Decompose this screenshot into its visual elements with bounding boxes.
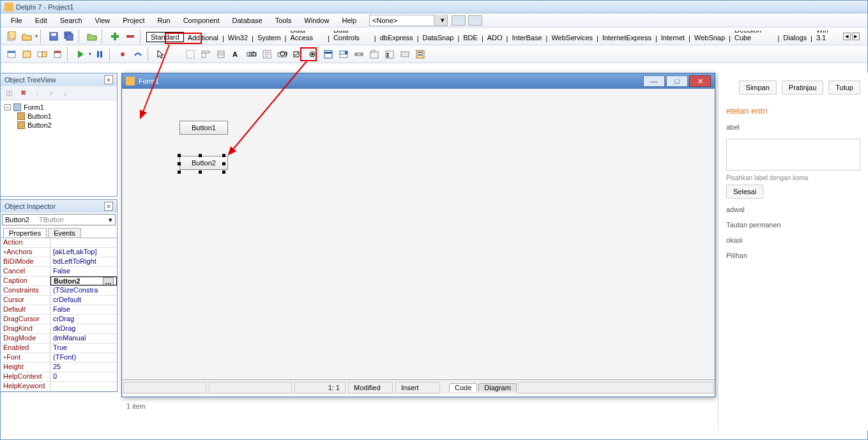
property-grid[interactable]: Action+Anchors[akLeft,akTop]BiDiModebdLe… [1,238,117,391]
prop-row-dragmode[interactable]: DragModedmManual [1,334,117,344]
palette-tab-webservices[interactable]: WebServices [547,33,597,42]
view-unit-icon[interactable] [4,47,19,61]
treeview-close-icon[interactable]: × [104,75,113,84]
palette-tab-ado[interactable]: ADO [483,33,506,42]
treeview-up-icon[interactable]: ↑ [45,87,57,99]
palette-tab-datacontrols[interactable]: Data Controls [330,31,374,42]
tree-root[interactable]: − Form1 [4,103,113,112]
status-tab-code[interactable]: Code [449,383,477,391]
menu-component[interactable]: Component [177,15,226,26]
form-designer-window[interactable]: Form1 — □ ✕ Button1 Button2 1: 1 Modifie… [121,73,715,397]
palette-tab-dataaccess[interactable]: Data Access [286,31,328,42]
tframe-icon[interactable] [183,47,197,61]
inspector-tab-properties[interactable]: Properties [3,228,47,238]
new-form-icon[interactable] [50,47,65,61]
palette-tab-win32[interactable]: Win32 [224,33,252,42]
tree-view[interactable]: − Form1 Button1 Button2 [1,100,117,196]
palette-tab-internet[interactable]: Internet [657,33,689,42]
prop-row-dragcursor[interactable]: DragCursorcrDrag [1,315,117,324]
prop-row-cancel[interactable]: CancelFalse [1,267,117,277]
remove-from-project-icon[interactable] [123,29,137,43]
component-search-combo[interactable]: <None> ▾ [369,15,448,26]
tbutton-icon[interactable]: OK [275,47,289,61]
label-input[interactable] [726,139,860,171]
prop-row-dragkind[interactable]: DragKinddkDrag [1,324,117,334]
menu-help[interactable]: Help [335,15,363,26]
tmemo-icon[interactable] [260,47,274,61]
trace-into-icon[interactable] [116,47,130,61]
prop-row-height[interactable]: Height25 [1,363,117,372]
step-over-icon[interactable] [131,47,145,61]
prop-row-default[interactable]: DefaultFalse [1,305,117,315]
run-icon[interactable] [73,47,88,61]
prop-row-enabled[interactable]: EnabledTrue [1,344,117,353]
inspector-close-icon[interactable]: × [104,202,113,211]
tree-item-button2[interactable]: Button2 [17,121,113,130]
menu-file[interactable]: File [4,15,29,26]
pointer-icon[interactable] [154,47,168,61]
toolbar-mini-icon-1[interactable] [452,15,466,26]
menu-tools[interactable]: Tools [269,15,298,26]
palette-tab-win31[interactable]: Win 3.1 [812,31,841,42]
menu-database[interactable]: Database [226,15,269,26]
palette-tab-decisioncube[interactable]: Decision Cube [731,31,778,42]
menu-window[interactable]: Window [298,15,335,26]
menu-view[interactable]: View [89,15,117,26]
save-icon[interactable] [47,29,61,43]
form-close-button[interactable]: ✕ [689,75,711,87]
menu-edit[interactable]: Edit [29,15,54,26]
add-to-project-icon[interactable] [108,29,122,43]
tautan-label[interactable]: Tautan permanen [719,217,868,232]
prop-row-caption[interactable]: CaptionButton2… [1,277,117,286]
prop-row-action[interactable]: Action [1,238,117,248]
jadwal-label[interactable]: adwal [719,202,868,217]
tradiogroup-icon[interactable] [383,47,397,61]
tcombobox-icon[interactable] [337,47,351,61]
palette-tab-bde[interactable]: BDE [459,33,482,42]
tlistbox-icon[interactable] [321,47,335,61]
tlabel-icon[interactable]: A [229,47,243,61]
menu-search[interactable]: Search [54,15,89,26]
toggle-form-unit-icon[interactable] [35,47,49,61]
toolbar-mini-icon-2[interactable] [468,15,482,26]
prop-row-helpcontext[interactable]: HelpContext0 [1,372,117,382]
menu-run[interactable]: Run [151,15,176,26]
simpan-button[interactable]: Simpan [739,80,777,95]
tutup-button[interactable]: Tutup [828,80,860,95]
selesai-button[interactable]: Selesai [726,185,763,199]
palette-tab-dbexpress[interactable]: dbExpress [376,33,417,42]
form-minimize-button[interactable]: — [643,75,665,87]
pilihan-label[interactable]: Pilihan [719,248,868,263]
lokasi-label[interactable]: okasi [719,232,868,248]
prop-row-anchors[interactable]: +Anchors[akLeft,akTop] [1,248,117,257]
treeview-tb-icon-1[interactable]: ◫ [3,87,15,99]
palette-tab-system[interactable]: System [254,33,285,42]
tree-item-button1[interactable]: Button1 [17,112,113,121]
form-canvas[interactable]: Button1 Button2 [122,89,715,379]
prop-row-bidimode[interactable]: BiDiModebdLeftToRight [1,257,117,267]
chevron-down-icon[interactable]: ▾ [109,216,112,224]
inspector-tab-events[interactable]: Events [48,228,81,238]
designer-button1[interactable]: Button1 [179,121,228,135]
menu-project[interactable]: Project [116,15,151,26]
save-all-icon[interactable] [62,29,76,43]
tedit-icon[interactable]: ab| [245,47,259,61]
tmainmenu-icon[interactable] [199,47,213,61]
prop-row-font[interactable]: +Font(TFont) [1,353,117,363]
prop-row-constraints[interactable]: Constraints(TSizeConstra [1,286,117,296]
treeview-tb-delete-icon[interactable]: ✖ [17,87,29,99]
designer-button2[interactable]: Button2 [179,156,228,170]
chevron-down-icon[interactable]: ▾ [434,15,447,26]
treeview-down-icon[interactable]: ↓ [59,87,71,99]
palette-tab-websnap[interactable]: WebSnap [690,33,729,42]
palette-scroll-right-icon[interactable]: ▸ [852,33,860,40]
tactionlist-icon[interactable] [413,47,427,61]
tscrollbar-icon[interactable] [352,47,366,61]
palette-tab-internetexpress[interactable]: InternetExpress [598,33,655,42]
form-titlebar[interactable]: Form1 — □ ✕ [122,73,715,89]
titlebar[interactable]: Delphi 7 - Project1 [1,1,867,13]
palette-tab-datasnap[interactable]: DataSnap [418,33,457,42]
inspector-component-combo[interactable]: Button2 TButton ▾ [2,214,116,225]
status-tab-diagram[interactable]: Diagram [478,383,517,391]
tpanel-icon[interactable] [398,47,412,61]
